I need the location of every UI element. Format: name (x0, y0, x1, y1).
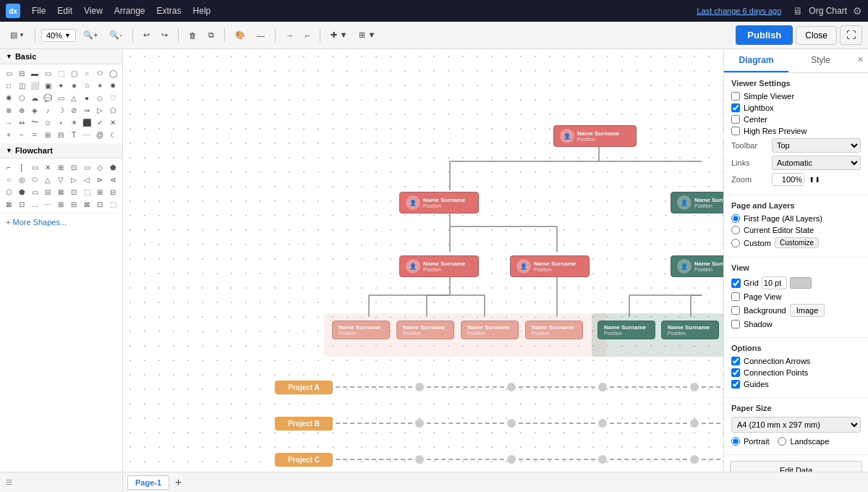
arrow-btn[interactable]: → (281, 29, 298, 42)
shape-star3[interactable]: ☆ (81, 80, 93, 91)
shape-rect[interactable]: ▭ (3, 67, 14, 79)
page-view-checkbox[interactable] (731, 292, 740, 301)
close-button[interactable]: Close (796, 26, 837, 45)
shape-x[interactable]: ✕ (107, 116, 119, 128)
shape-sq[interactable]: □ (3, 80, 14, 91)
shape-circle[interactable]: ○ (81, 67, 93, 79)
org-node-l3lr[interactable]: 👤 Name Surname Position (510, 255, 590, 277)
shape-db[interactable]: ⊕ (16, 104, 27, 116)
line-style-btn[interactable]: — (252, 29, 269, 42)
fc-shape-8[interactable]: ◇ (94, 161, 106, 173)
guides-checkbox[interactable] (731, 380, 740, 389)
duplicate-btn[interactable]: ⧉ (204, 28, 218, 42)
shape-rect3[interactable]: ▬ (29, 67, 41, 79)
fc-shape-3[interactable]: ▭ (29, 161, 41, 173)
fc-shape-21[interactable]: ▭ (29, 186, 41, 198)
fc-shape-36[interactable]: ⬚ (107, 198, 119, 210)
org-node-l4-4[interactable]: Name Surname Position (525, 321, 583, 339)
shape-rounded[interactable]: ▢ (68, 67, 80, 79)
current-editor-radio[interactable] (731, 226, 740, 234)
insert-btn[interactable]: ✚ ▼ (326, 28, 352, 42)
org-node-l4-2[interactable]: Name Surname Position (396, 321, 454, 339)
redo-btn[interactable]: ↪ (157, 28, 172, 42)
shape-callout[interactable]: 💬 (42, 92, 54, 103)
page-tab-1[interactable]: Page-1 (127, 475, 169, 490)
org-node-l4-5[interactable]: Name Surname Position (597, 321, 655, 339)
shape-oval[interactable]: ⬭ (94, 67, 106, 79)
center-checkbox[interactable] (731, 115, 740, 124)
org-node-l4-6[interactable]: Name Surname Position (661, 321, 719, 339)
shape-minus[interactable]: − (16, 129, 27, 140)
menu-view[interactable]: View (84, 6, 103, 16)
fc-shape-18[interactable]: ⊲ (107, 174, 119, 185)
fc-shape-9[interactable]: ⬟ (107, 161, 119, 173)
fc-shape-17[interactable]: ⊳ (94, 174, 106, 185)
shape-moon2[interactable]: ☾ (107, 129, 119, 140)
portrait-radio[interactable] (731, 437, 740, 446)
fc-shape-19[interactable]: ⬡ (3, 186, 14, 198)
fc-shape-7[interactable]: ▭ (81, 161, 93, 173)
connection-points-checkbox[interactable] (731, 368, 740, 377)
shape-ban[interactable]: ⊗ (3, 104, 14, 116)
shape-tabs[interactable]: ⊞ (42, 129, 54, 140)
fc-shape-26[interactable]: ⊞ (94, 186, 106, 198)
delete-btn[interactable]: 🗑 (184, 29, 201, 42)
org-node-l4-3[interactable]: Name Surname Position (461, 321, 519, 339)
shape-text[interactable]: T (68, 129, 80, 140)
shape-hex[interactable]: ⬡ (16, 92, 27, 103)
background-image-btn[interactable]: Image (790, 304, 825, 317)
fc-shape-14[interactable]: ▽ (55, 174, 67, 185)
fc-shape-31[interactable]: ⋯ (42, 198, 54, 210)
project-c-label[interactable]: Project C (275, 453, 333, 467)
shape-eq[interactable]: = (29, 129, 41, 140)
shape-heart[interactable]: ♡ (107, 92, 119, 103)
zoom-input[interactable] (772, 173, 804, 186)
org-node-l4-1[interactable]: Name Surname Position (332, 321, 390, 339)
fc-shape-4[interactable]: ✕ (42, 161, 54, 173)
panel-close-btn[interactable]: ✕ (853, 49, 868, 72)
shape-tri2[interactable]: ▷ (94, 104, 106, 116)
publish-button[interactable]: Publish (736, 25, 793, 45)
shape-dashed[interactable]: ⬚ (55, 67, 67, 79)
fc-shape-10[interactable]: ○ (3, 174, 14, 185)
table-btn[interactable]: ⊞ ▼ (354, 28, 380, 42)
fc-shape-24[interactable]: ⊡ (68, 186, 80, 198)
shape-spiral[interactable]: @ (94, 129, 106, 140)
shape-tri[interactable]: △ (68, 92, 80, 103)
links-select[interactable]: AutomaticAlwaysNever (772, 156, 861, 170)
fc-shape-11[interactable]: ◎ (16, 174, 27, 185)
fc-shape-15[interactable]: ▷ (68, 174, 80, 185)
project-a-label[interactable]: Project A (275, 381, 333, 394)
background-checkbox[interactable] (731, 306, 740, 315)
paper-size-select[interactable]: A4 (210 mm x 297 mm) A3 (297 mm x 420 mm… (731, 417, 861, 433)
shape-rounded2[interactable]: ▣ (42, 80, 54, 91)
grid-input[interactable] (762, 276, 787, 289)
shape-arr[interactable]: ⇒ (81, 104, 93, 116)
menu-file[interactable]: File (32, 6, 46, 16)
shape-cube[interactable]: ◈ (29, 104, 41, 116)
add-page-btn[interactable]: + (172, 476, 184, 489)
menu-edit[interactable]: Edit (57, 6, 72, 16)
zoom-control[interactable]: 40% ▼ (41, 29, 76, 42)
landscape-radio[interactable] (778, 437, 786, 446)
shape-note[interactable]: ♪ (42, 104, 54, 116)
shape-cloud[interactable]: ☁ (29, 92, 41, 103)
fc-shape-1[interactable]: ⌐ (3, 161, 14, 173)
fc-shape-20[interactable]: ⬟ (16, 186, 27, 198)
shape-ellipse[interactable]: ◯ (107, 67, 119, 79)
fc-shape-22[interactable]: ⊟ (42, 186, 54, 198)
shape-5[interactable]: ⬠ (107, 104, 119, 116)
shape-arrow2[interactable]: → (3, 116, 14, 128)
shape-smile[interactable]: ☺ (42, 116, 54, 128)
fullscreen-button[interactable]: ⛶ (840, 25, 862, 45)
fc-shape-6[interactable]: ⊡ (68, 161, 80, 173)
grid-color-swatch[interactable] (790, 277, 812, 289)
shape-star4[interactable]: ✶ (94, 80, 106, 91)
format-btn[interactable]: ▤ ▼ (6, 28, 29, 42)
shape-star5[interactable]: ⋆ (55, 116, 67, 128)
more-shapes-link[interactable]: + More Shapes... (0, 213, 122, 231)
flowchart-section-title[interactable]: ▼ Flowchart (0, 143, 122, 158)
fc-shape-35[interactable]: ⊡ (94, 198, 106, 210)
fc-shape-13[interactable]: △ (42, 174, 54, 185)
fc-shape-29[interactable]: ⊡ (16, 198, 27, 210)
